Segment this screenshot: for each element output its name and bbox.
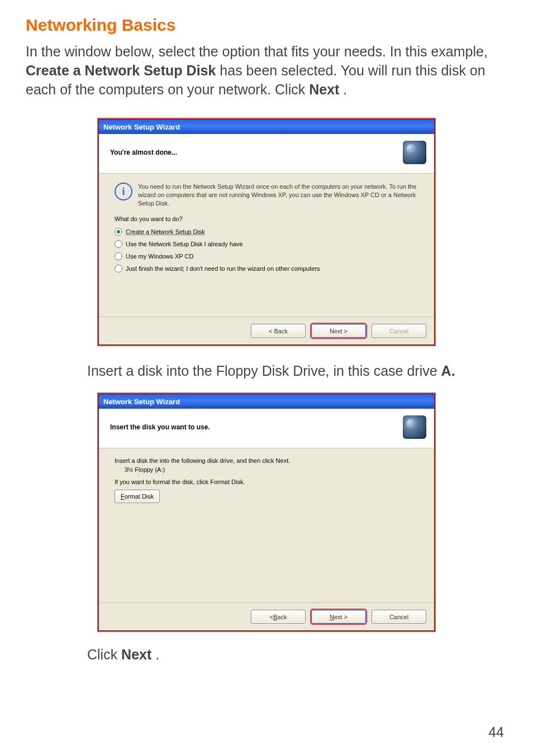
intro-bold-option: Create a Network Setup Disk xyxy=(26,63,216,78)
radio-input[interactable] xyxy=(115,228,122,236)
radio-input[interactable] xyxy=(115,240,122,248)
titlebar: Network Setup Wizard xyxy=(99,394,434,409)
page-number: 44 xyxy=(488,724,504,740)
format-disk-accel: F xyxy=(121,493,125,500)
click-next-caption: Click Next . xyxy=(26,647,507,663)
dialog-header: Insert the disk you want to use. xyxy=(99,409,434,448)
format-disk-button[interactable]: Format Disk xyxy=(115,490,160,503)
back-rest: ack xyxy=(277,614,287,620)
click-next-prefix: Click xyxy=(87,647,121,662)
cancel-button[interactable]: Cancel xyxy=(372,324,426,338)
next-button[interactable]: Next > xyxy=(311,324,366,338)
dialog-header-title: Insert the disk you want to use. xyxy=(110,423,210,431)
dialog-button-row: < Back Next > Cancel xyxy=(99,602,434,630)
back-button[interactable]: < Back xyxy=(251,610,306,624)
radio-input[interactable] xyxy=(115,265,122,272)
radio-group: Create a Network Setup Disk Use the Netw… xyxy=(115,228,418,272)
radio-label: Use my Windows XP CD xyxy=(126,253,193,260)
radio-label: Just finish the wizard; I don't need to … xyxy=(126,265,320,272)
radio-option-use-existing-disk[interactable]: Use the Network Setup Disk I already hav… xyxy=(115,240,418,248)
dialog-button-row: < Back Next > Cancel xyxy=(99,317,434,344)
radio-option-use-xp-cd[interactable]: Use my Windows XP CD xyxy=(115,252,418,260)
network-setup-wizard-dialog-1: Network Setup Wizard You're almost done.… xyxy=(98,119,435,345)
intro-text-end: . xyxy=(343,82,347,97)
titlebar-text: Network Setup Wizard xyxy=(103,398,180,406)
next-button[interactable]: Next > xyxy=(311,610,366,624)
prompt-label: What do you want to do? xyxy=(115,216,418,222)
radio-label: Use the Network Setup Disk I already hav… xyxy=(126,241,243,247)
dialog-header-title: You're almost done... xyxy=(110,149,177,156)
format-disk-rest: ormat Disk xyxy=(125,493,154,500)
screenshot-2-border: Network Setup Wizard Insert the disk you… xyxy=(97,393,436,632)
click-next-end: . xyxy=(155,647,159,662)
info-icon: i xyxy=(115,183,132,200)
radio-label: Create a Network Setup Disk xyxy=(126,228,205,235)
back-accel: B xyxy=(273,614,277,620)
instruction-line-2: If you want to format the disk, click Fo… xyxy=(115,479,418,485)
screenshot-1-border: Network Setup Wizard You're almost done.… xyxy=(97,118,436,346)
info-text: You need to run the Network Setup Wizard… xyxy=(138,183,418,208)
intro-paragraph: In the window below, select the option t… xyxy=(26,42,507,99)
page-title: Networking Basics xyxy=(26,16,507,35)
click-next-bold: Next xyxy=(121,647,151,662)
intro-text: In the window below, select the option t… xyxy=(26,44,488,59)
caption-insert-disk: Insert a disk into the Floppy Disk Drive… xyxy=(26,363,507,379)
caption-text: Insert a disk into the Floppy Disk Drive… xyxy=(87,363,441,379)
radio-option-create-disk[interactable]: Create a Network Setup Disk xyxy=(115,228,418,236)
back-button[interactable]: < Back xyxy=(251,324,306,338)
network-icon xyxy=(403,141,426,164)
dialog-header: You're almost done... xyxy=(99,134,434,174)
network-setup-wizard-dialog-2: Network Setup Wizard Insert the disk you… xyxy=(98,394,435,631)
instruction-line-1: Insert a disk the into the following dis… xyxy=(115,457,418,464)
radio-option-just-finish[interactable]: Just finish the wizard; I don't need to … xyxy=(115,265,418,272)
next-rest: ext > xyxy=(334,614,348,620)
radio-input[interactable] xyxy=(115,252,122,260)
titlebar-text: Network Setup Wizard xyxy=(103,123,180,131)
titlebar: Network Setup Wizard xyxy=(99,119,434,134)
caption-bold-drive: A. xyxy=(441,363,455,379)
next-accel: N xyxy=(330,614,334,620)
network-icon xyxy=(403,415,426,439)
drive-label: 3½ Floppy (A:) xyxy=(125,466,418,473)
cancel-button[interactable]: Cancel xyxy=(372,610,426,624)
intro-bold-next: Next xyxy=(309,82,339,97)
